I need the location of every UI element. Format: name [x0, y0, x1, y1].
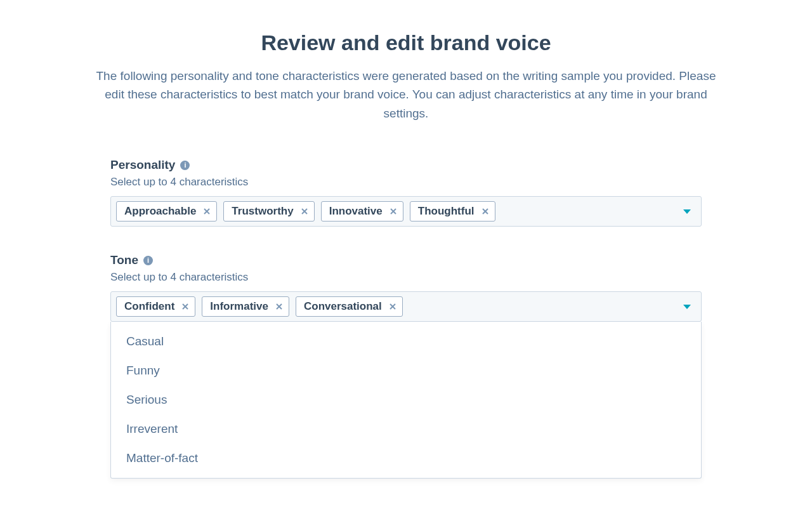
close-icon[interactable] — [181, 302, 190, 311]
chevron-down-icon[interactable] — [683, 301, 691, 312]
tone-section: Tone i Select up to 4 characteristics Co… — [110, 253, 702, 479]
chip-label: Trustworthy — [232, 205, 293, 218]
personality-multiselect[interactable]: Approachable Trustworthy Innovative Thou… — [110, 196, 702, 227]
close-icon[interactable] — [481, 207, 490, 216]
chevron-down-icon[interactable] — [683, 206, 691, 217]
page-subtitle: The following personality and tone chara… — [89, 67, 723, 122]
chip-label: Thoughtful — [418, 205, 475, 218]
close-icon[interactable] — [389, 207, 398, 216]
tone-option[interactable]: Matter-of-fact — [111, 444, 701, 473]
page-title: Review and edit brand voice — [76, 30, 736, 55]
personality-label: Personality — [110, 158, 175, 172]
close-icon[interactable] — [300, 207, 309, 216]
close-icon[interactable] — [202, 207, 211, 216]
chip-label: Approachable — [124, 205, 196, 218]
tone-option[interactable]: Irreverent — [111, 414, 701, 444]
info-icon[interactable]: i — [180, 161, 190, 170]
close-icon[interactable] — [388, 302, 397, 311]
personality-chip: Trustworthy — [223, 201, 314, 222]
tone-option[interactable]: Casual — [111, 327, 701, 356]
tone-dropdown: Casual Funny Serious Irreverent Matter-o… — [110, 322, 702, 479]
personality-helper: Select up to 4 characteristics — [110, 176, 702, 189]
chip-label: Conversational — [304, 300, 382, 313]
tone-label: Tone — [110, 253, 138, 267]
personality-chip: Innovative — [321, 201, 403, 222]
tone-chip: Confident — [116, 296, 195, 317]
tone-chip: Informative — [202, 296, 289, 317]
chip-label: Informative — [210, 300, 268, 313]
chip-label: Innovative — [329, 205, 383, 218]
personality-chip: Approachable — [116, 201, 217, 222]
chip-label: Confident — [124, 300, 174, 313]
close-icon[interactable] — [275, 302, 284, 311]
tone-multiselect[interactable]: Confident Informative Conversational — [110, 291, 702, 322]
info-icon[interactable]: i — [143, 256, 153, 265]
personality-chip: Thoughtful — [410, 201, 495, 222]
tone-option[interactable]: Serious — [111, 385, 701, 414]
tone-option[interactable]: Funny — [111, 356, 701, 385]
tone-helper: Select up to 4 characteristics — [110, 271, 702, 284]
tone-chip: Conversational — [296, 296, 403, 317]
personality-section: Personality i Select up to 4 characteris… — [110, 158, 702, 227]
